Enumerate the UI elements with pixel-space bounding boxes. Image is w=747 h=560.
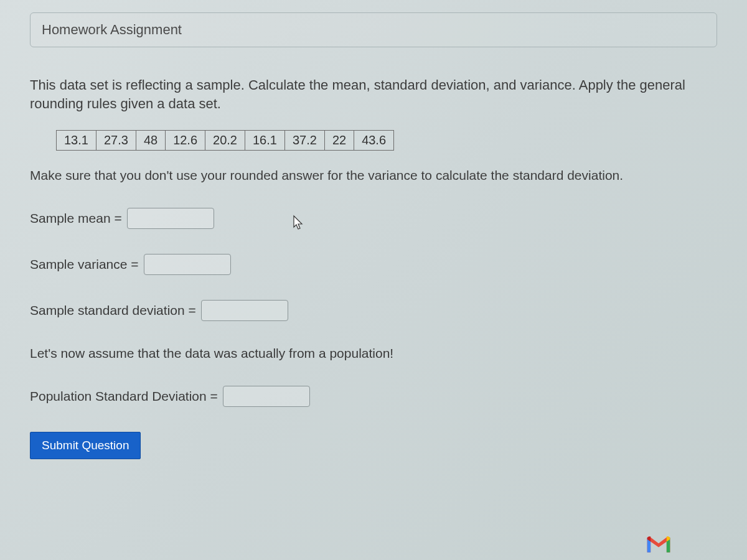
sample-stddev-input[interactable]	[201, 300, 288, 321]
data-set-row: 13.1 27.3 48 12.6 20.2 16.1 37.2 22 43.6	[56, 130, 717, 151]
population-assume-text: Let's now assume that the data was actua…	[30, 346, 717, 361]
table-row: 13.1 27.3 48 12.6 20.2 16.1 37.2 22 43.6	[57, 131, 394, 151]
data-cell: 43.6	[354, 131, 394, 151]
assignment-title-bar: Homework Assignment	[30, 12, 717, 47]
data-cell: 12.6	[166, 131, 205, 151]
instruction-text: This data set is reflecting a sample. Ca…	[30, 76, 717, 113]
sample-mean-row: Sample mean =	[30, 208, 717, 229]
sample-variance-label: Sample variance =	[30, 257, 139, 272]
sample-stddev-label: Sample standard deviation =	[30, 303, 196, 318]
sample-stddev-row: Sample standard deviation =	[30, 300, 717, 321]
data-table: 13.1 27.3 48 12.6 20.2 16.1 37.2 22 43.6	[56, 130, 394, 151]
population-stddev-label: Population Standard Deviation =	[30, 389, 218, 404]
sample-mean-input[interactable]	[127, 208, 214, 229]
assignment-title: Homework Assignment	[42, 22, 182, 37]
data-cell: 48	[136, 131, 165, 151]
submit-button-label: Submit Question	[42, 439, 129, 452]
population-stddev-input[interactable]	[223, 386, 310, 407]
data-cell: 27.3	[96, 131, 136, 151]
data-cell: 37.2	[284, 131, 324, 151]
submit-question-button[interactable]: Submit Question	[30, 432, 141, 459]
data-cell: 20.2	[205, 131, 245, 151]
data-cell: 16.1	[245, 131, 285, 151]
rounding-note: Make sure that you don't use your rounde…	[30, 168, 717, 183]
sample-mean-label: Sample mean =	[30, 211, 122, 226]
sample-variance-input[interactable]	[144, 254, 231, 275]
gmail-icon[interactable]	[645, 534, 672, 558]
data-cell: 13.1	[57, 131, 96, 151]
sample-variance-row: Sample variance =	[30, 254, 717, 275]
data-cell: 22	[324, 131, 354, 151]
population-stddev-row: Population Standard Deviation =	[30, 386, 717, 407]
